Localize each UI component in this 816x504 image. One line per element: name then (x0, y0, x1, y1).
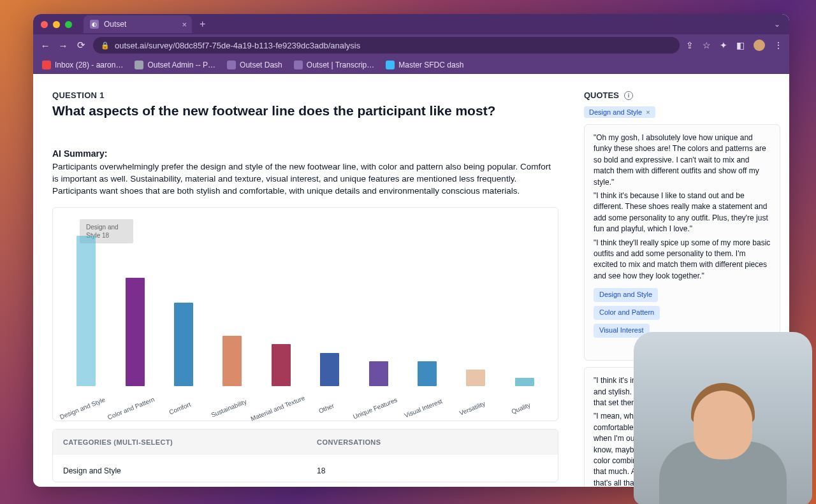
chart-bar[interactable]: Color and Pattern (110, 278, 159, 386)
address-bar: ← → ⟳ 🔒 outset.ai/survey/08dc85f7-75de-4… (33, 34, 789, 56)
bar-label: Comfort (168, 401, 192, 416)
new-tab-button[interactable]: + (200, 18, 205, 30)
chart-area[interactable]: Design and Style Color and Pattern Comfo… (59, 214, 551, 386)
quotes-header: QUOTES i (584, 90, 780, 100)
bar-label: Design and Style (59, 396, 106, 421)
webcam-overlay (634, 332, 812, 504)
bookmark-favicon-icon (42, 61, 51, 69)
toolbar-actions: ⇪ ☆ ✦ ◧ ⋮ (686, 40, 783, 51)
bookmark-item[interactable]: Outset Dash (227, 61, 282, 69)
tabs-dropdown-icon[interactable]: ⌄ (774, 20, 780, 29)
quote-card: "Oh my gosh, I absolutely love how uniqu… (584, 124, 780, 361)
question-label: QUESTION 1 (52, 90, 558, 100)
window-controls (41, 21, 72, 28)
bar-rect (466, 370, 485, 386)
maximize-window-icon[interactable] (65, 21, 72, 28)
chart-bar[interactable]: Other (305, 353, 354, 386)
bar-label: Versatility (458, 400, 486, 417)
chart-bar[interactable]: Design and Style (62, 236, 110, 386)
url-input[interactable]: 🔒 outset.ai/survey/08dc85f7-75de-4a19-b1… (93, 37, 680, 54)
quote-text: "I think it's because I like to stand ou… (594, 191, 771, 235)
info-icon[interactable]: i (624, 91, 633, 100)
bar-rect (126, 278, 145, 386)
chart-bar[interactable]: Material and Texture (257, 344, 305, 386)
bar-label: Visual Interest (404, 398, 444, 419)
bookmark-favicon-icon (294, 61, 303, 69)
chart-bar[interactable]: Quality (500, 378, 549, 386)
tab-favicon-icon: ◐ (90, 20, 99, 29)
header-conversations: CONVERSATIONS (317, 438, 548, 446)
tab-title: Outset (104, 20, 126, 29)
chart-bar[interactable]: Visual Interest (403, 361, 451, 386)
bar-rect (76, 236, 96, 386)
bookmark-label: Master SFDC dash (398, 61, 463, 69)
bookmark-item[interactable]: Inbox (28) - aaron… (42, 61, 123, 69)
bar-label: Sustainability (210, 398, 247, 419)
menu-icon[interactable]: ⋮ (774, 40, 783, 50)
bookmark-favicon-icon (386, 61, 395, 69)
share-icon[interactable]: ⇪ (686, 40, 694, 50)
bookmark-label: Outset Admin -- P… (147, 61, 215, 69)
bookmark-item[interactable]: Outset Admin -- P… (135, 61, 215, 69)
bookmark-favicon-icon (227, 61, 236, 69)
bookmarks-bar: Inbox (28) - aaron…Outset Admin -- P…Out… (33, 56, 789, 74)
reload-button[interactable]: ⟳ (75, 40, 87, 51)
filter-chip-remove-icon[interactable]: × (646, 108, 650, 116)
lock-icon: 🔒 (101, 41, 110, 50)
url-text: outset.ai/survey/08dc85f7-75de-4a19-b113… (115, 41, 360, 50)
quote-tag[interactable]: Design and Style (594, 288, 658, 302)
chart-card: Design and Style 18 Design and Style Col… (52, 207, 558, 421)
bar-rect (320, 353, 339, 386)
filter-chip[interactable]: Design and Style × (584, 106, 655, 118)
bar-rect (174, 303, 193, 386)
extensions-icon[interactable]: ✦ (720, 40, 727, 50)
presenter-video (659, 371, 787, 504)
tab-close-icon[interactable]: × (182, 20, 187, 29)
bookmark-label: Outset Dash (240, 61, 282, 69)
quotes-title: QUOTES (584, 90, 619, 100)
quote-text: "Oh my gosh, I absolutely love how uniqu… (594, 133, 771, 188)
forward-button[interactable]: → (57, 40, 69, 51)
quote-tag[interactable]: Color and Pattern (594, 306, 660, 320)
chart-bar[interactable]: Comfort (159, 303, 208, 386)
categories-table: CATEGORIES (MULTI-SELECT) CONVERSATIONS … (52, 429, 558, 482)
chart-bar[interactable]: Sustainability (208, 336, 256, 386)
bookmark-item[interactable]: Master SFDC dash (386, 61, 463, 69)
table-header: CATEGORIES (MULTI-SELECT) CONVERSATIONS (53, 429, 558, 455)
ai-summary-label: AI Summary: (52, 148, 558, 159)
row-count: 18 (317, 466, 548, 475)
header-categories: CATEGORIES (MULTI-SELECT) (63, 438, 317, 446)
chart-bar[interactable]: Versatility (451, 370, 500, 386)
titlebar: ◐ Outset × + ⌄ (33, 14, 789, 34)
table-row[interactable]: Design and Style18 (53, 455, 558, 482)
bookmark-item[interactable]: Outset | Transcrip… (294, 61, 374, 69)
bar-label: Other (317, 402, 335, 415)
bar-rect (515, 378, 534, 386)
chart-bar[interactable]: Unique Features (354, 361, 402, 386)
browser-tab[interactable]: ◐ Outset × (84, 15, 192, 33)
bookmark-label: Inbox (28) - aaron… (55, 61, 123, 69)
back-button[interactable]: ← (40, 40, 51, 51)
bar-rect (272, 344, 291, 386)
bar-rect (369, 361, 388, 386)
quote-text: "I think they'll really spice up some of… (594, 238, 771, 282)
close-window-icon[interactable] (41, 21, 48, 28)
minimize-window-icon[interactable] (53, 21, 60, 28)
bookmark-favicon-icon (135, 61, 143, 69)
sidepanel-icon[interactable]: ◧ (736, 40, 745, 50)
row-category: Design and Style (63, 466, 317, 475)
question-title: What aspects of the new footwear line do… (52, 103, 558, 119)
bookmark-icon[interactable]: ☆ (703, 40, 711, 50)
filter-chip-label: Design and Style (589, 108, 642, 116)
bar-label: Quality (511, 401, 532, 415)
main-column: QUESTION 1 What aspects of the new footw… (33, 74, 578, 487)
bar-rect (222, 336, 242, 386)
profile-avatar-icon[interactable] (754, 40, 765, 51)
bar-label: Unique Features (352, 396, 398, 421)
bar-label: Material and Texture (249, 394, 305, 422)
bookmark-label: Outset | Transcrip… (307, 61, 374, 69)
bar-label: Color and Pattern (107, 396, 156, 421)
ai-summary-text: Participants overwhelmingly prefer the d… (52, 161, 558, 197)
bar-rect (418, 361, 437, 386)
